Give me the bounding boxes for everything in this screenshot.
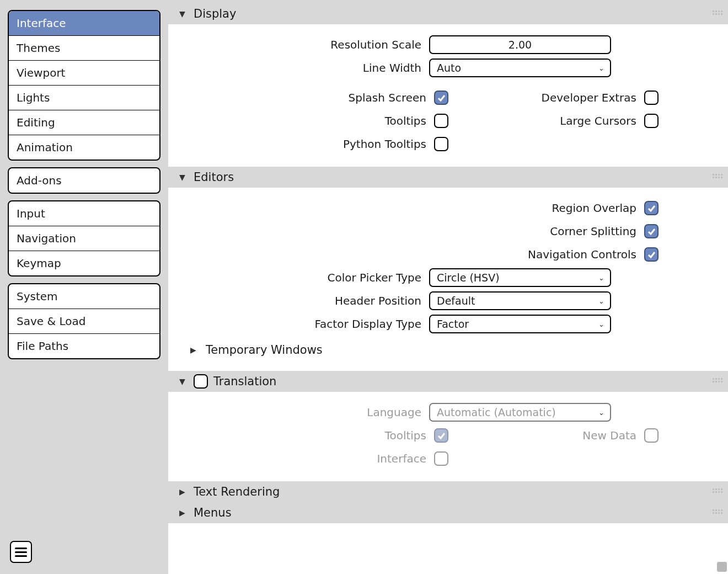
- header-position-select[interactable]: Default ⌄: [429, 291, 611, 310]
- checkbox-translation-interface: [434, 451, 448, 466]
- label-color-picker-type: Color Picker Type: [178, 271, 429, 284]
- label-large-cursors: Large Cursors: [560, 114, 636, 127]
- scrollbar-thumb[interactable]: [717, 562, 727, 572]
- sidebar-item-system[interactable]: System: [9, 284, 159, 309]
- disclosure-down-icon: ▼: [179, 377, 188, 386]
- sidebar-group-3: System Save & Load File Paths: [8, 283, 160, 359]
- sidebar-item-file-paths[interactable]: File Paths: [9, 334, 159, 358]
- section-title: Display: [194, 7, 236, 20]
- preferences-content: ▼ Display Resolution Scale 2.00 Line Wid…: [168, 0, 728, 574]
- sidebar-item-interface[interactable]: Interface: [9, 11, 159, 36]
- factor-display-type-select[interactable]: Factor ⌄: [429, 315, 611, 333]
- section-body-display: Resolution Scale 2.00 Line Width Auto ⌄: [168, 24, 728, 167]
- hamburger-icon-bar: [15, 555, 27, 557]
- label-corner-splitting: Corner Splitting: [550, 225, 636, 238]
- line-width-select[interactable]: Auto ⌄: [429, 59, 611, 77]
- chevron-down-icon: ⌄: [598, 297, 604, 305]
- line-width-value: Auto: [437, 62, 461, 74]
- sidebar-item-input[interactable]: Input: [9, 201, 159, 226]
- subsection-title: Temporary Windows: [206, 343, 323, 357]
- label-language: Language: [178, 406, 429, 419]
- label-factor-display-type: Factor Display Type: [178, 317, 429, 331]
- disclosure-right-icon: ▶: [179, 508, 188, 517]
- section-title: Menus: [194, 506, 232, 519]
- preferences-menu-button[interactable]: [10, 541, 32, 563]
- row-tooltips: Tooltips Large Cursors: [178, 109, 718, 132]
- section-body-translation: Language Automatic (Automatic) ⌄ Tooltip…: [168, 392, 728, 481]
- header-position-value: Default: [437, 295, 475, 307]
- section-header-menus[interactable]: ▶ Menus: [168, 502, 728, 523]
- chevron-down-icon: ⌄: [598, 320, 604, 328]
- checkbox-corner-splitting[interactable]: [644, 224, 659, 238]
- disclosure-right-icon: ▶: [190, 346, 199, 354]
- checkbox-navigation-controls[interactable]: [644, 247, 659, 262]
- label-splash-screen: Splash Screen: [349, 91, 426, 104]
- subsection-temporary-windows[interactable]: ▶ Temporary Windows: [178, 336, 718, 360]
- hamburger-icon-bar: [15, 548, 27, 549]
- drag-grip-icon[interactable]: [713, 10, 724, 17]
- sidebar-item-addons[interactable]: Add-ons: [9, 168, 159, 193]
- section-header-translation[interactable]: ▼ Translation: [168, 371, 728, 392]
- section-body-editors: Region Overlap Corner Splitting Navigati…: [168, 188, 728, 371]
- sidebar-group-2: Input Navigation Keymap: [8, 200, 160, 277]
- chevron-down-icon: ⌄: [598, 408, 604, 417]
- sidebar-item-animation[interactable]: Animation: [9, 135, 159, 160]
- label-developer-extras: Developer Extras: [542, 91, 636, 104]
- color-picker-type-value: Circle (HSV): [437, 272, 500, 284]
- section-title: Translation: [213, 375, 276, 388]
- row-translation-tooltips: Tooltips New Data: [178, 424, 718, 447]
- label-navigation-controls: Navigation Controls: [528, 248, 636, 261]
- label-region-overlap: Region Overlap: [552, 201, 636, 215]
- section-header-display[interactable]: ▼ Display: [168, 3, 728, 24]
- drag-grip-icon[interactable]: [713, 509, 724, 516]
- row-region-overlap: Region Overlap: [178, 196, 718, 220]
- checkbox-translation-enable[interactable]: [194, 374, 208, 389]
- label-translation-tooltips: Tooltips: [385, 429, 426, 442]
- checkbox-region-overlap[interactable]: [644, 201, 659, 215]
- sidebar-item-themes[interactable]: Themes: [9, 36, 159, 61]
- label-python-tooltips: Python Tooltips: [343, 137, 426, 151]
- sidebar-group-1: Add-ons: [8, 167, 160, 194]
- sidebar-item-navigation[interactable]: Navigation: [9, 226, 159, 251]
- row-line-width: Line Width Auto ⌄: [178, 56, 718, 79]
- sidebar-item-save-load[interactable]: Save & Load: [9, 309, 159, 334]
- sidebar-item-editing[interactable]: Editing: [9, 110, 159, 135]
- factor-display-type-value: Factor: [437, 318, 469, 330]
- sidebar-item-viewport[interactable]: Viewport: [9, 61, 159, 86]
- hamburger-icon-bar: [15, 551, 27, 553]
- disclosure-down-icon: ▼: [179, 9, 188, 18]
- section-title: Editors: [194, 171, 234, 184]
- checkbox-splash-screen[interactable]: [434, 91, 448, 105]
- drag-grip-icon[interactable]: [713, 488, 724, 495]
- checkbox-tooltips[interactable]: [434, 114, 448, 128]
- disclosure-down-icon: ▼: [179, 173, 188, 182]
- label-line-width: Line Width: [178, 61, 429, 75]
- row-python-tooltips: Python Tooltips: [178, 132, 718, 156]
- drag-grip-icon[interactable]: [713, 174, 724, 180]
- label-tooltips: Tooltips: [385, 114, 426, 127]
- language-value: Automatic (Automatic): [437, 406, 556, 418]
- color-picker-type-select[interactable]: Circle (HSV) ⌄: [429, 268, 611, 287]
- label-resolution-scale: Resolution Scale: [178, 38, 429, 51]
- section-header-text-rendering[interactable]: ▶ Text Rendering: [168, 481, 728, 502]
- label-new-data: New Data: [582, 429, 636, 442]
- checkbox-python-tooltips[interactable]: [434, 137, 448, 151]
- resolution-scale-input[interactable]: 2.00: [429, 35, 611, 54]
- section-header-editors[interactable]: ▼ Editors: [168, 167, 728, 188]
- checkbox-new-data: [644, 428, 659, 443]
- sidebar-item-lights[interactable]: Lights: [9, 86, 159, 110]
- checkbox-large-cursors[interactable]: [644, 114, 659, 128]
- row-language: Language Automatic (Automatic) ⌄: [178, 401, 718, 424]
- resolution-scale-value: 2.00: [508, 39, 532, 51]
- preferences-sidebar: Interface Themes Viewport Lights Editing…: [0, 0, 168, 574]
- label-header-position: Header Position: [178, 294, 429, 307]
- row-corner-splitting: Corner Splitting: [178, 220, 718, 243]
- row-color-picker-type: Color Picker Type Circle (HSV) ⌄: [178, 266, 718, 289]
- drag-grip-icon[interactable]: [713, 378, 724, 385]
- chevron-down-icon: ⌄: [598, 274, 604, 282]
- sidebar-item-keymap[interactable]: Keymap: [9, 251, 159, 275]
- language-select: Automatic (Automatic) ⌄: [429, 403, 611, 422]
- row-resolution-scale: Resolution Scale 2.00: [178, 33, 718, 56]
- checkbox-developer-extras[interactable]: [644, 91, 659, 105]
- sidebar-group-0: Interface Themes Viewport Lights Editing…: [8, 10, 160, 161]
